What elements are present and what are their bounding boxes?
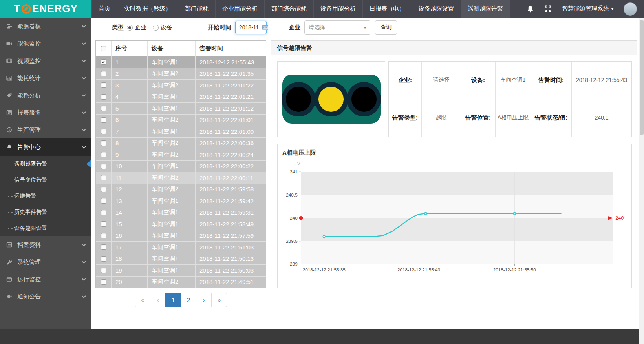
row-checkbox[interactable] [101, 129, 106, 134]
cell-time: 2018-11-22 21:51:03 [196, 242, 266, 253]
cell-device: 车间空调2 [148, 184, 196, 195]
sidebar-subitem[interactable]: 运维告警 [0, 188, 91, 204]
folder-icon [6, 242, 15, 248]
table-row[interactable]: 17车间空调12018-11-22 21:51:03 [96, 242, 266, 253]
row-checkbox[interactable] [101, 187, 106, 192]
sidebar-item[interactable]: 告警中心 [0, 138, 91, 156]
cell-time: 2018-11-22 21:50:03 [196, 265, 266, 276]
radio-device[interactable]: 设备 [153, 24, 172, 31]
row-checkbox[interactable] [101, 244, 106, 250]
row-checkbox[interactable] [101, 140, 106, 146]
bell-icon[interactable] [527, 5, 534, 13]
dashboard-icon [6, 24, 15, 29]
table-row[interactable]: ✔1车间空调12018-12-12 21:55:43 [96, 56, 266, 68]
sidebar-item[interactable]: 能源看板 [0, 18, 91, 35]
page-button[interactable]: 2 [181, 293, 196, 307]
row-checkbox[interactable] [101, 164, 106, 169]
table-row[interactable]: 2车间空调22018-11-22 22:01:35 [96, 68, 266, 80]
select-all-checkbox[interactable] [101, 46, 106, 51]
table-row[interactable]: 7车间空调12018-11-22 22:01:00 [96, 126, 266, 138]
nav-item[interactable]: 部门能耗 [178, 0, 215, 18]
row-checkbox[interactable] [101, 71, 106, 76]
row-checkbox[interactable] [101, 117, 106, 123]
row-checkbox[interactable] [101, 106, 106, 111]
page-button[interactable]: 1 [165, 293, 181, 307]
chevron-down-icon [82, 60, 86, 62]
query-button[interactable]: 查询 [375, 20, 397, 35]
svg-text:V: V [297, 161, 300, 166]
table-row[interactable]: 9车间空调22018-11-22 22:00:24 [96, 149, 266, 161]
radio-device-label: 设备 [161, 24, 172, 31]
table-row[interactable]: 16车间空调12018-11-22 21:57:59 [96, 230, 266, 242]
calendar-icon[interactable] [262, 25, 268, 30]
sidebar-item[interactable]: 运行监控 [0, 271, 91, 288]
scrollbar-thumb[interactable] [640, 20, 644, 135]
cell-time: 2018-11-22 21:59:58 [196, 184, 266, 195]
page-button[interactable]: » [211, 293, 227, 307]
page-button[interactable]: « [135, 293, 150, 307]
row-checkbox[interactable] [101, 279, 106, 285]
table-row[interactable]: 5车间空调12018-11-22 22:01:12 [96, 103, 266, 115]
sidebar-item[interactable]: 档案资料 [0, 236, 91, 253]
page-button[interactable]: › [196, 293, 212, 307]
main-content: 类型 企业 设备 开始时间 企业 请选择 ▾ 查询 序号 [91, 18, 639, 329]
table-row[interactable]: 15车间空调12018-11-22 21:58:49 [96, 218, 266, 230]
row-checkbox[interactable] [101, 221, 106, 227]
radio-enterprise[interactable]: 企业 [127, 24, 146, 31]
table-row[interactable]: 4车间空调12018-11-22 22:01:21 [96, 91, 266, 103]
table-row[interactable]: 20车间空调22018-11-22 21:49:51 [96, 277, 266, 288]
table-row[interactable]: 11车间空调22018-11-22 22:00:11 [96, 172, 266, 184]
nav-item[interactable]: 遥测越限告警 [461, 0, 510, 18]
cell-time: 2018-11-22 22:01:35 [196, 68, 266, 80]
nav-item[interactable]: 实时数据（秒级） [117, 0, 178, 18]
system-menu[interactable]: 智慧能源管理系统 ▾ [562, 5, 613, 13]
page-button[interactable]: ‹ [150, 293, 166, 307]
row-checkbox[interactable] [101, 268, 106, 273]
row-checkbox[interactable] [101, 256, 106, 262]
sidebar-item[interactable]: 能耗统计 [0, 69, 91, 87]
nav-item[interactable]: 企业用能分析 [215, 0, 264, 18]
nav-item[interactable]: 设备用能分析 [313, 0, 362, 18]
table-row[interactable]: 8车间空调22018-11-22 22:00:36 [96, 138, 266, 149]
row-checkbox[interactable] [101, 233, 106, 238]
table-row[interactable]: 6车间空调22018-11-22 22:01:01 [96, 115, 266, 126]
avatar[interactable] [624, 2, 637, 16]
row-checkbox[interactable] [101, 82, 106, 88]
svg-text:239.5: 239.5 [286, 238, 298, 244]
start-time-input[interactable] [239, 24, 260, 31]
table-row[interactable]: 19车间空调12018-11-22 21:50:03 [96, 265, 266, 277]
sidebar-subitem[interactable]: 历史事件告警 [0, 204, 91, 220]
table-row[interactable]: 14车间空调12018-11-22 21:59:31 [96, 207, 266, 219]
table-row[interactable]: 18车间空调12018-11-22 21:50:13 [96, 253, 266, 265]
nav-item[interactable]: 日报表（电） [362, 0, 412, 18]
nav-item[interactable]: 部门综合能耗 [264, 0, 313, 18]
scrollbar[interactable] [639, 18, 644, 344]
sidebar-item[interactable]: 能源监控 [0, 35, 91, 52]
sidebar-item[interactable]: 系统管理 [0, 253, 91, 271]
row-checkbox[interactable] [101, 175, 106, 180]
field-position-value: A相电压上限 [496, 99, 531, 137]
row-checkbox[interactable] [101, 94, 106, 100]
nav-item[interactable]: 设备越限设置 [412, 0, 461, 18]
table-row[interactable]: 13车间空调12018-11-22 21:59:42 [96, 195, 266, 207]
table-row[interactable]: 12车间空调22018-11-22 21:59:58 [96, 184, 266, 196]
row-checkbox[interactable]: ✔ [101, 59, 106, 65]
row-checkbox[interactable] [101, 152, 106, 157]
row-checkbox[interactable] [101, 210, 106, 215]
table-row[interactable]: 10车间空调12018-11-22 22:00:22 [96, 161, 266, 173]
nav-item[interactable]: 首页 [91, 0, 117, 18]
sidebar-item[interactable]: 视频监控 [0, 52, 91, 69]
sidebar-subitem[interactable]: 信号变位告警 [0, 172, 91, 188]
sidebar-item[interactable]: 能耗分析 [0, 87, 91, 104]
sidebar-subitem[interactable]: 遥测越限告警 [0, 156, 91, 172]
sidebar-item[interactable]: 生产管理 [0, 121, 91, 138]
leaf-icon [6, 93, 15, 98]
cell-time: 2018-11-22 21:59:42 [196, 195, 266, 207]
fullscreen-icon[interactable] [544, 5, 552, 13]
sidebar-item[interactable]: 报表服务 [0, 104, 91, 121]
enterprise-select[interactable]: 请选择 ▾ [304, 20, 370, 35]
row-checkbox[interactable] [101, 198, 106, 204]
table-row[interactable]: 3车间空调22018-11-22 22:01:22 [96, 80, 266, 91]
sidebar-subitem[interactable]: 设备越限设置 [0, 220, 91, 236]
sidebar-item[interactable]: 通知公告 [0, 288, 91, 305]
